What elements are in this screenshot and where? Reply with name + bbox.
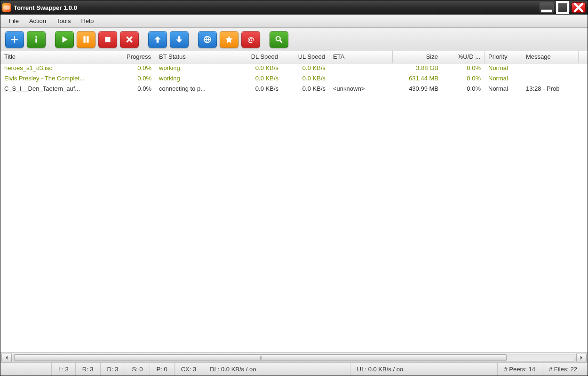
torrent-table: Title Progress BT Status DL Speed UL Spe… (0, 51, 588, 352)
cell-size: 430.99 MB (393, 84, 442, 94)
peers-button[interactable] (198, 31, 217, 48)
cell-ul: 0.0 KB/s (282, 63, 329, 74)
svg-rect-6 (87, 36, 89, 43)
svg-rect-5 (83, 36, 86, 43)
status-p: P: 0 (150, 363, 174, 376)
pause-button[interactable] (77, 31, 95, 48)
pause-icon (82, 35, 90, 44)
cell-status: connecting to p... (155, 84, 235, 94)
add-button[interactable] (5, 31, 24, 48)
window-title: Torrent Swapper 1.0.0 (14, 4, 540, 11)
table-row[interactable]: Elvis Presley - The Complet...0.0%workin… (0, 74, 588, 84)
close-button[interactable] (572, 2, 586, 13)
minimize-button[interactable] (540, 2, 554, 13)
cell-status: working (155, 63, 235, 74)
cell-ul: 0.0 KB/s (282, 84, 329, 94)
window-controls (540, 2, 586, 13)
table-row[interactable]: C_S_I__Den_Taetern_auf...0.0%connecting … (0, 84, 588, 94)
status-r: R: 3 (75, 363, 100, 376)
cell-title: C_S_I__Den_Taetern_auf... (0, 84, 115, 94)
col-size[interactable]: Size (393, 51, 442, 63)
cell-eta (329, 63, 393, 74)
cell-eta: <unknown> (329, 84, 393, 94)
col-ud-ratio[interactable]: %U/D ... (442, 51, 485, 63)
maximize-button[interactable] (556, 2, 570, 13)
cell-title: heroes_s1_d3.iso (0, 63, 115, 74)
status-peers: # Peers: 14 (497, 363, 542, 376)
chevron-right-icon (580, 356, 583, 360)
move-up-button[interactable] (148, 31, 167, 48)
favorite-button[interactable] (220, 31, 238, 48)
scroll-thumb[interactable] (14, 354, 507, 361)
col-message[interactable]: Message (522, 51, 579, 63)
cell-eta (329, 74, 393, 84)
svg-rect-0 (3, 6, 10, 10)
status-ul: UL: 0.0 KB/s / oo (350, 363, 497, 376)
menubar: File Action Tools Help (0, 15, 588, 28)
cell-size: 3.88 GB (393, 63, 442, 74)
svg-rect-2 (557, 2, 568, 13)
scroll-track[interactable] (14, 354, 574, 361)
stop-icon (103, 35, 112, 44)
status-s: S: 0 (125, 363, 149, 376)
svg-text:@: @ (247, 35, 254, 43)
cell-ud: 0.0% (442, 63, 485, 74)
cell-dl: 0.0 KB/s (235, 74, 282, 84)
menu-file[interactable]: File (4, 16, 24, 26)
search-button[interactable] (270, 31, 288, 48)
info-button[interactable] (27, 31, 46, 48)
menu-action[interactable]: Action (24, 16, 51, 26)
titlebar[interactable]: Torrent Swapper 1.0.0 (0, 0, 588, 15)
col-priority[interactable]: Priority (485, 51, 522, 63)
scroll-right-button[interactable] (576, 353, 587, 362)
cell-priority: Normal (485, 74, 522, 84)
svg-point-3 (35, 36, 37, 38)
cell-priority: Normal (485, 84, 522, 94)
cell-ud: 0.0% (442, 74, 485, 84)
chevron-left-icon (5, 356, 8, 360)
cell-message: 13:28 - Prob (522, 84, 579, 94)
col-bt-status[interactable]: BT Status (155, 51, 235, 63)
col-ul-speed[interactable]: UL Speed (282, 51, 329, 63)
maximize-icon (556, 1, 569, 14)
table-row[interactable]: heroes_s1_d3.iso0.0%working0.0 KB/s0.0 K… (0, 63, 588, 74)
status-files: # Files: 22 (542, 363, 584, 376)
cell-progress: 0.0% (115, 74, 155, 84)
app-icon (2, 3, 11, 12)
info-icon (32, 35, 40, 44)
horizontal-scrollbar[interactable] (0, 352, 588, 362)
col-title[interactable]: Title (0, 51, 115, 63)
svg-rect-1 (541, 10, 552, 12)
status-d: D: 3 (100, 363, 125, 376)
arrow-down-icon (175, 35, 183, 44)
svg-point-10 (276, 36, 280, 40)
globe-icon (203, 35, 212, 44)
play-button[interactable] (55, 31, 74, 48)
menu-help[interactable]: Help (76, 16, 98, 26)
minimize-icon (540, 1, 553, 14)
search-icon (275, 35, 283, 44)
svg-rect-4 (35, 38, 37, 42)
move-down-button[interactable] (170, 31, 189, 48)
at-icon: @ (246, 35, 255, 44)
cell-ud: 0.0% (442, 84, 485, 94)
web-button[interactable]: @ (241, 31, 260, 48)
app-window: Torrent Swapper 1.0.0 File Action Tools … (0, 0, 588, 376)
cell-priority: Normal (485, 63, 522, 74)
status-cx: CX: 3 (174, 363, 203, 376)
statusbar: L: 3 R: 3 D: 3 S: 0 P: 0 CX: 3 DL: 0.0 K… (0, 362, 588, 376)
col-eta[interactable]: ETA (329, 51, 393, 63)
cell-progress: 0.0% (115, 84, 155, 94)
close-icon (572, 1, 585, 14)
stop-button[interactable] (98, 31, 117, 48)
toolbar: @ (0, 28, 588, 51)
scroll-left-button[interactable] (1, 353, 12, 362)
remove-button[interactable] (120, 31, 139, 48)
col-dl-speed[interactable]: DL Speed (235, 51, 282, 63)
col-progress[interactable]: Progress (115, 51, 155, 63)
menu-tools[interactable]: Tools (52, 16, 75, 26)
table-body: heroes_s1_d3.iso0.0%working0.0 KB/s0.0 K… (0, 63, 588, 352)
cell-size: 631.44 MB (393, 74, 442, 84)
cell-status: working (155, 74, 235, 84)
cell-dl: 0.0 KB/s (235, 84, 282, 94)
